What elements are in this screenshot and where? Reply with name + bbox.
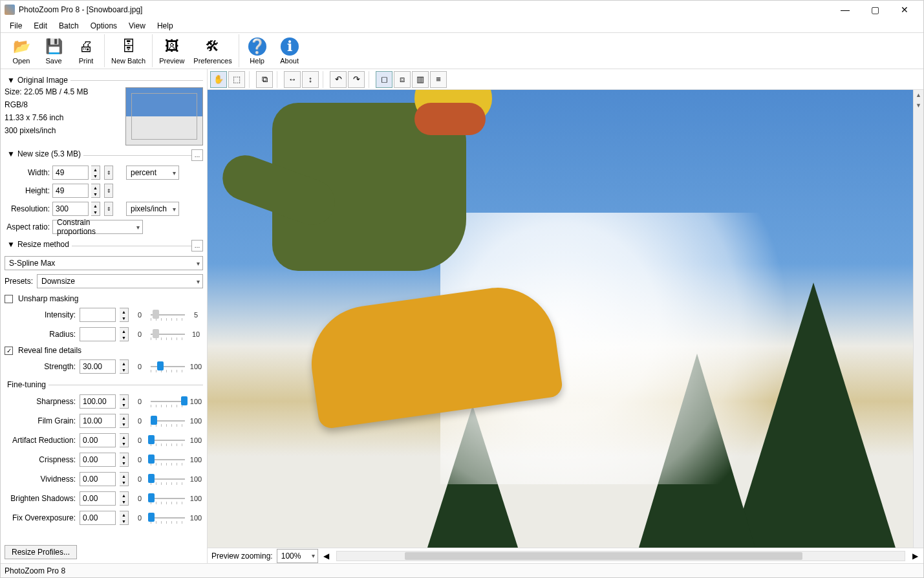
- aspect-select[interactable]: Constrain proportions: [52, 220, 143, 234]
- res-unit-select[interactable]: pixels/inch: [126, 202, 179, 216]
- sharpness-spinner[interactable]: ▲▼: [120, 394, 129, 409]
- preview-zoom-select[interactable]: 100%: [277, 549, 318, 563]
- menu-batch[interactable]: Batch: [54, 20, 84, 32]
- viewmode-4-button[interactable]: ≡: [430, 71, 447, 88]
- scroll-right-button[interactable]: ▶: [910, 551, 919, 561]
- radius-input[interactable]: [80, 327, 116, 341]
- sharpness-input[interactable]: [80, 394, 116, 409]
- overexp-spinner[interactable]: ▲▼: [120, 511, 129, 525]
- resize-profiles-button[interactable]: Resize Profiles...: [5, 545, 77, 559]
- open-button[interactable]: 📂Open: [8, 36, 34, 66]
- batch-icon: 🗄: [120, 37, 138, 56]
- flip-h-button[interactable]: ↔: [284, 71, 301, 88]
- size-info: Size: 22.05 MB / 4.5 MB: [5, 87, 88, 96]
- filmgrain-spinner[interactable]: ▲▼: [120, 414, 129, 428]
- strength-input[interactable]: [80, 359, 116, 374]
- brighten-input[interactable]: [80, 491, 116, 506]
- resolution-link-button[interactable]: ⇕: [104, 202, 113, 216]
- viewmode-2-button[interactable]: ⧈: [394, 71, 411, 88]
- crispness-input[interactable]: [80, 453, 116, 467]
- menu-edit[interactable]: Edit: [28, 20, 52, 32]
- horizontal-scrollbar[interactable]: [336, 551, 905, 561]
- resize-method-header[interactable]: ▼Resize method…: [5, 240, 203, 252]
- hand-tool-button[interactable]: ✋: [210, 71, 227, 88]
- flip-v-button[interactable]: ↕: [302, 71, 319, 88]
- scroll-left-button[interactable]: ◀: [322, 551, 331, 561]
- overexp-slider[interactable]: [151, 511, 185, 524]
- vividness-label: Vividness:: [5, 475, 76, 484]
- crop-button[interactable]: ⧉: [256, 71, 273, 88]
- width-spinner[interactable]: ▲▼: [91, 166, 100, 180]
- about-icon: ℹ: [281, 37, 299, 56]
- original-image-header[interactable]: ▼Original Image: [5, 76, 203, 85]
- maximize-button[interactable]: ▢: [860, 1, 890, 19]
- mode-info: RGB/8: [5, 100, 88, 109]
- menu-file[interactable]: File: [5, 20, 27, 32]
- reveal-checkbox[interactable]: ✓: [5, 347, 13, 355]
- brighten-spinner[interactable]: ▲▼: [120, 491, 129, 506]
- vertical-scrollbar[interactable]: ▲ ▼: [913, 90, 923, 548]
- crispness-spinner[interactable]: ▲▼: [120, 453, 129, 467]
- resize-method-select[interactable]: S-Spline Max: [5, 256, 203, 270]
- preview-bottombar: Preview zooming: 100% ◀ ▶: [208, 548, 923, 563]
- filmgrain-slider[interactable]: [151, 414, 185, 427]
- new-size-options-button[interactable]: …: [191, 149, 203, 161]
- image-canvas[interactable]: ▲ ▼: [208, 90, 923, 548]
- menu-help[interactable]: Help: [152, 20, 178, 32]
- resolution-label: Resolution:: [5, 204, 50, 213]
- select-tool-button[interactable]: ⬚: [228, 71, 245, 88]
- menu-options[interactable]: Options: [85, 20, 122, 32]
- width-input[interactable]: [52, 166, 89, 180]
- main-area: ✋ ⬚ ⧉ ↔ ↕ ↶ ↷ ◻ ⧈ ▥ ≡: [208, 69, 923, 563]
- artifact-spinner[interactable]: ▲▼: [120, 433, 129, 447]
- height-spinner[interactable]: ▲▼: [91, 184, 100, 198]
- vividness-spinner[interactable]: ▲▼: [120, 472, 129, 486]
- crispness-slider[interactable]: [151, 453, 185, 466]
- presets-select[interactable]: Downsize: [37, 274, 203, 288]
- sharpness-slider[interactable]: [151, 395, 185, 408]
- strength-spinner[interactable]: ▲▼: [120, 359, 129, 374]
- artifact-input[interactable]: [80, 433, 116, 447]
- radius-slider[interactable]: [151, 328, 185, 341]
- filmgrain-input[interactable]: [80, 414, 116, 428]
- undo-button[interactable]: ↶: [330, 71, 347, 88]
- print-button[interactable]: 🖨Print: [73, 36, 99, 66]
- preferences-button[interactable]: 🛠Preferences: [192, 36, 233, 66]
- resolution-spinner[interactable]: ▲▼: [91, 202, 100, 216]
- viewmode-1-button[interactable]: ◻: [376, 71, 392, 88]
- scroll-down-icon[interactable]: ▼: [914, 100, 923, 111]
- help-button[interactable]: ❔Help: [244, 36, 270, 66]
- vividness-slider[interactable]: [151, 473, 185, 486]
- resize-method-options-button[interactable]: …: [191, 240, 203, 252]
- save-button[interactable]: 💾Save: [41, 36, 67, 66]
- preview-zoom-label: Preview zooming:: [211, 551, 273, 561]
- strength-slider[interactable]: [151, 360, 185, 373]
- resolution-input[interactable]: [52, 202, 89, 216]
- size-unit-select[interactable]: percent: [126, 166, 179, 180]
- intensity-input[interactable]: [80, 308, 116, 322]
- vividness-input[interactable]: [80, 472, 116, 486]
- width-link-button[interactable]: ⇕: [104, 166, 113, 180]
- overexp-label: Fix Overexposure:: [5, 513, 76, 522]
- viewmode-3-button[interactable]: ▥: [412, 71, 429, 88]
- unsharp-checkbox[interactable]: [5, 295, 13, 303]
- preview-button[interactable]: 🖼Preview: [158, 36, 186, 66]
- close-button[interactable]: ✕: [890, 1, 919, 19]
- menu-view[interactable]: View: [124, 20, 151, 32]
- thumbnail[interactable]: [125, 87, 203, 145]
- titlebar: PhotoZoom Pro 8 - [Snowboard.jpg] — ▢ ✕: [1, 1, 923, 19]
- new-size-header[interactable]: ▼New size (5.3 MB)…: [5, 149, 203, 161]
- redo-button[interactable]: ↷: [348, 71, 365, 88]
- height-link-button[interactable]: ⇕: [104, 184, 113, 198]
- minimize-button[interactable]: —: [830, 1, 860, 19]
- artifact-slider[interactable]: [151, 434, 185, 447]
- scroll-up-icon[interactable]: ▲: [914, 90, 923, 100]
- about-button[interactable]: ℹAbout: [277, 36, 303, 66]
- overexp-input[interactable]: [80, 511, 116, 525]
- intensity-spinner[interactable]: ▲▼: [120, 308, 129, 322]
- new-batch-button[interactable]: 🗄New Batch: [110, 36, 147, 66]
- intensity-slider[interactable]: [151, 308, 185, 321]
- radius-spinner[interactable]: ▲▼: [120, 327, 129, 341]
- height-input[interactable]: [52, 184, 89, 198]
- brighten-slider[interactable]: [151, 492, 185, 505]
